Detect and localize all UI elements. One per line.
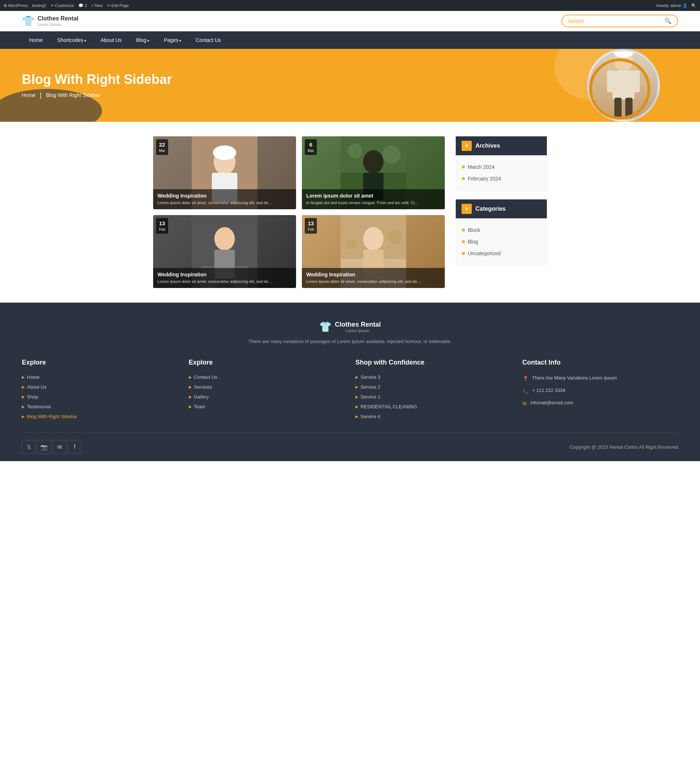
footer-explore2-title: Explore xyxy=(189,359,345,366)
footer-explore1-home[interactable]: ▶Home xyxy=(22,372,178,382)
category-bullet-blog xyxy=(462,240,465,243)
footer-explore2-gallery[interactable]: ▶Gallery xyxy=(189,392,345,402)
footer-explore1-testimonial[interactable]: ▶Testimonial xyxy=(22,402,178,412)
categories-widget-body: Block Blog Uncategorized xyxy=(456,218,547,266)
posts-grid: 22 Mar Wedding Inspiration Lorem ipsum d… xyxy=(153,136,445,288)
breadcrumb-separator: | xyxy=(40,92,41,99)
post-card-3[interactable]: 13 Feb Wedding Inspiration Lorem ipsum d… xyxy=(153,215,296,288)
site-footer: 👕 Clothes Rental Lorem Ipsum. There are … xyxy=(0,302,700,461)
admin-bar: ⊞ WordPress testing2 ✏ Customize 💬 3 + N… xyxy=(0,0,700,11)
hero-image-area xyxy=(569,49,678,122)
email-social-icon[interactable]: ✉ xyxy=(52,440,66,454)
facebook-icon[interactable]: f xyxy=(68,440,82,454)
howdy-admin-link[interactable]: Howdy, admin 👤 xyxy=(656,3,687,8)
nav-item-home[interactable]: Home xyxy=(22,31,50,49)
search-input[interactable] xyxy=(568,18,664,24)
post-title-1: Wedding Inspiration xyxy=(158,193,292,199)
search-button[interactable]: 🔍 xyxy=(664,18,671,24)
archive-item-february[interactable]: February 2024 xyxy=(462,173,541,185)
wp-logo-link[interactable]: ⊞ WordPress xyxy=(4,3,28,8)
main-navigation: Home Shortcodes About Us Blog Pages Cont… xyxy=(0,31,700,49)
footer-explore2-services[interactable]: ▶Services xyxy=(189,382,345,392)
location-icon: 📍 xyxy=(522,376,529,382)
footer-explore1-about[interactable]: ▶About Us xyxy=(22,382,178,392)
footer-explore1-blog[interactable]: ▶Blog With Right Sidebar xyxy=(22,412,178,422)
post-card-1[interactable]: 22 Mar Wedding Inspiration Lorem ipsum d… xyxy=(153,136,296,209)
nav-item-about[interactable]: About Us xyxy=(93,31,129,49)
footer-shop-title: Shop with Confidence xyxy=(355,359,512,366)
post-card-2[interactable]: 6 Mar Lorem ipsum dolor sit amet In feug… xyxy=(302,136,445,209)
category-label-uncategorized: Uncategorized xyxy=(468,250,501,256)
new-content-link[interactable]: + New xyxy=(91,3,103,8)
footer-col-contact: Contact Info 📍 There Are Many Variations… xyxy=(522,359,678,422)
post-excerpt-1: Lorem ipsum dolor sit amet, consectetur … xyxy=(158,200,292,205)
search-bar[interactable]: 🔍 xyxy=(562,14,678,27)
footer-shop-service1[interactable]: ▶Service 1 xyxy=(355,392,512,402)
footer-col-shop: Shop with Confidence ▶Service 3 ▶Service… xyxy=(355,359,512,422)
svg-point-28 xyxy=(388,230,402,244)
site-logo[interactable]: 👕 Clothes Rental Lorem Ipsum. xyxy=(22,15,78,27)
post-info-1: Wedding Inspiration Lorem ipsum dolor si… xyxy=(153,189,296,209)
instagram-icon[interactable]: 📷 xyxy=(37,440,51,454)
post-title-2: Lorem ipsum dolor sit amet xyxy=(306,193,441,199)
category-item-blog[interactable]: Blog xyxy=(462,236,541,248)
footer-shop-residential[interactable]: ▶RESIDENTIAL CLEANING xyxy=(355,402,512,412)
customize-link[interactable]: ✏ Customize xyxy=(51,3,74,8)
svg-point-19 xyxy=(215,227,235,250)
breadcrumb-home[interactable]: Home xyxy=(22,92,35,98)
footer-explore1-list: ▶Home ▶About Us ▶Shop ▶Testimonial ▶Blog… xyxy=(22,372,178,422)
search-admin-link[interactable]: 🔍 xyxy=(691,3,696,8)
category-item-block[interactable]: Block xyxy=(462,224,541,236)
post-date-badge-4: 13 Feb xyxy=(305,218,317,234)
logo-icon: 👕 xyxy=(22,15,35,27)
admin-bar-left: ⊞ WordPress testing2 ✏ Customize 💬 3 + N… xyxy=(4,3,129,8)
breadcrumb: Home | Blog With Right Sidebar xyxy=(22,92,172,99)
post-info-4: Wedding Inspiration Lorem ipsum dolor si… xyxy=(302,268,445,288)
nav-list: Home Shortcodes About Us Blog Pages Cont… xyxy=(22,31,678,49)
comments-link[interactable]: 💬 3 xyxy=(78,3,87,8)
phone-icon: 📞 xyxy=(522,388,529,394)
nav-item-pages[interactable]: Pages xyxy=(156,31,188,49)
nav-item-shortcodes[interactable]: Shortcodes xyxy=(50,31,93,49)
footer-explore2-list: ▶Contact Us ▶Services ▶Gallery ▶Team xyxy=(189,372,345,412)
category-label-block: Block xyxy=(468,227,480,233)
post-excerpt-4: Lorem ipsum dolor sit amet, consectetur … xyxy=(306,279,441,284)
footer-logo-icon: 👕 xyxy=(319,321,332,333)
post-date-badge-1: 22 Mar xyxy=(156,139,168,155)
category-item-uncategorized[interactable]: Uncategorized xyxy=(462,248,541,259)
category-bullet-block xyxy=(462,229,465,231)
footer-explore1-shop[interactable]: ▶Shop xyxy=(22,392,178,402)
footer-bottom: 𝕏 📷 ✉ f Copyright @ 2023 Rental Cloths A… xyxy=(22,432,678,454)
footer-shop-list: ▶Service 3 ▶Service 2 ▶Service 1 ▶RESIDE… xyxy=(355,372,512,422)
site-name-link[interactable]: testing2 xyxy=(32,3,46,8)
post-card-4[interactable]: 13 Feb Wedding Inspiration Lorem ipsum d… xyxy=(302,215,445,288)
footer-logo-name: Clothes Rental xyxy=(335,321,380,328)
archive-label-march: March 2024 xyxy=(468,164,495,170)
post-title-3: Wedding Inspiration xyxy=(158,272,292,277)
contact-phone-item: 📞 + 111 222 3334 xyxy=(522,385,678,397)
contact-phone: + 111 222 3334 xyxy=(532,388,565,393)
edit-page-link[interactable]: ✏ Edit Page xyxy=(107,3,129,8)
main-content-area: 22 Mar Wedding Inspiration Lorem ipsum d… xyxy=(131,136,569,288)
nav-item-blog[interactable]: Blog xyxy=(129,31,157,49)
footer-col-explore2: Explore ▶Contact Us ▶Services ▶Gallery ▶… xyxy=(189,359,345,422)
svg-point-0 xyxy=(590,60,649,118)
archives-widget-body: March 2024 February 2024 xyxy=(456,155,547,191)
post-excerpt-3: Lorem ipsum dolor sit amet, consectetur … xyxy=(158,279,292,284)
footer-shop-service4[interactable]: ▶Service 4 xyxy=(355,412,512,422)
category-bullet-uncategorized xyxy=(462,252,465,255)
footer-copyright: Copyright @ 2023 Rental Cloths All Right… xyxy=(570,444,678,450)
archives-widget-icon: ▼ xyxy=(461,141,472,151)
footer-explore2-team[interactable]: ▶Team xyxy=(189,402,345,412)
nav-item-contact[interactable]: Contact Us xyxy=(188,31,228,49)
footer-shop-service3[interactable]: ▶Service 3 xyxy=(355,372,512,382)
categories-widget-title: Categories xyxy=(476,205,506,212)
post-date-badge-2: 6 Mar xyxy=(305,139,317,155)
footer-logo: 👕 Clothes Rental Lorem Ipsum. xyxy=(319,321,380,333)
twitter-icon[interactable]: 𝕏 xyxy=(22,440,36,454)
archive-item-march[interactable]: March 2024 xyxy=(462,161,541,173)
logo-text: Clothes Rental Lorem Ipsum. xyxy=(38,15,78,27)
footer-shop-service2[interactable]: ▶Service 2 xyxy=(355,382,512,392)
site-header: 👕 Clothes Rental Lorem Ipsum. 🔍 xyxy=(0,11,700,31)
footer-explore2-contact[interactable]: ▶Contact Us xyxy=(189,372,345,382)
